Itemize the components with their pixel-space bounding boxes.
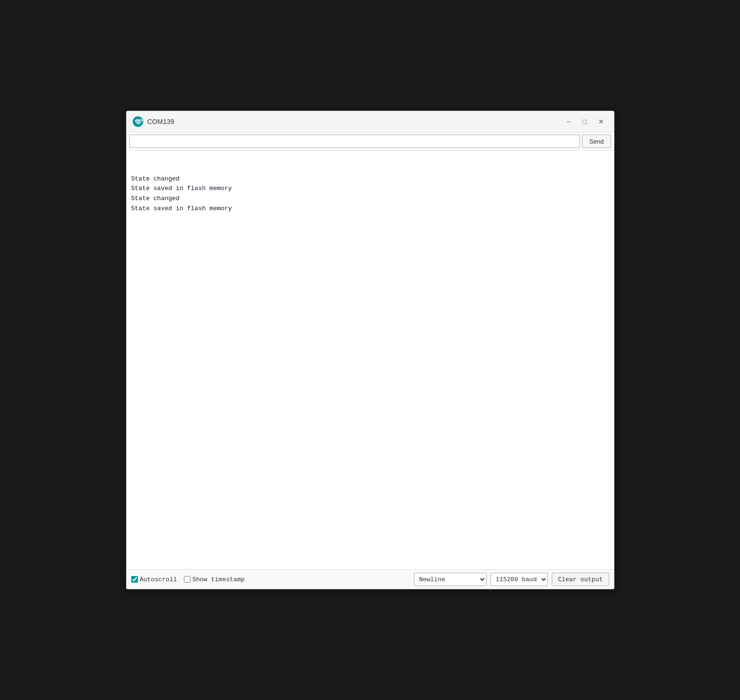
status-bar: Autoscroll Show timestamp No line ending… <box>126 569 614 589</box>
autoscroll-label[interactable]: Autoscroll <box>131 576 177 583</box>
clear-output-button[interactable]: Clear output <box>552 573 609 586</box>
title-bar-controls: − □ ✕ <box>561 115 608 128</box>
baud-select[interactable]: 300 baud1200 baud2400 baud4800 baud9600 … <box>490 573 548 586</box>
output-line: State changed <box>131 194 609 204</box>
show-timestamp-label[interactable]: Show timestamp <box>184 576 245 583</box>
maximize-button[interactable]: □ <box>578 115 592 128</box>
autoscroll-text: Autoscroll <box>140 576 177 583</box>
status-right: No line endingNewlineCarriage returnBoth… <box>414 573 609 586</box>
output-line: State saved in flash memory <box>131 204 609 214</box>
serial-input[interactable] <box>129 135 581 148</box>
close-button[interactable]: ✕ <box>594 115 608 128</box>
minimize-button[interactable]: − <box>561 115 576 128</box>
output-line: State changed <box>131 174 609 184</box>
title-bar-left: COM139 <box>132 116 174 127</box>
title-bar: COM139 − □ ✕ <box>126 111 614 133</box>
autoscroll-checkbox[interactable] <box>131 576 138 583</box>
newline-select[interactable]: No line endingNewlineCarriage returnBoth… <box>414 573 487 586</box>
serial-monitor-window: COM139 − □ ✕ Send State changedState sav… <box>126 111 615 589</box>
window-title: COM139 <box>148 118 174 125</box>
serial-output-area: State changedState saved in flash memory… <box>126 150 614 569</box>
send-bar: Send <box>126 133 614 150</box>
arduino-logo-icon <box>132 116 144 127</box>
send-button[interactable]: Send <box>582 135 611 148</box>
show-timestamp-checkbox[interactable] <box>184 576 191 583</box>
status-left: Autoscroll Show timestamp <box>131 576 245 583</box>
show-timestamp-text: Show timestamp <box>193 576 245 583</box>
output-line: State saved in flash memory <box>131 184 609 194</box>
